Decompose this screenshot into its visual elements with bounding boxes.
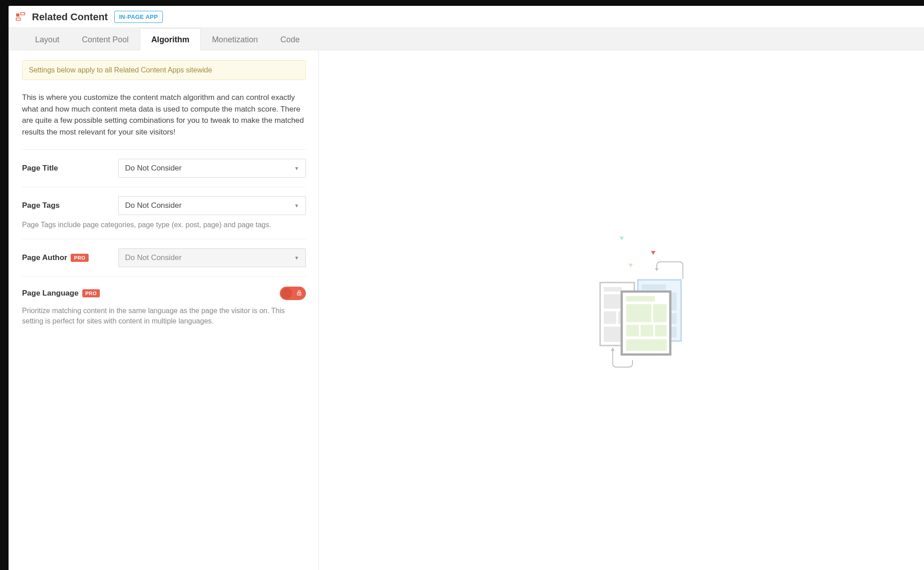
label-page-author-text: Page Author <box>22 253 67 262</box>
svg-rect-2 <box>16 18 20 20</box>
toggle-page-language[interactable] <box>280 287 306 300</box>
svg-rect-27 <box>655 325 667 337</box>
svg-rect-22 <box>626 296 655 301</box>
svg-rect-25 <box>626 325 639 337</box>
lock-icon <box>296 290 302 297</box>
caret-down-icon: ▼ <box>294 255 299 260</box>
svg-rect-10 <box>604 287 622 292</box>
label-page-author: Page Author PRO <box>22 253 108 262</box>
select-page-author: Do Not Consider ▼ <box>118 248 306 267</box>
svg-rect-1 <box>21 13 25 15</box>
field-header-page-language: Page Language PRO <box>22 287 306 300</box>
toggle-knob <box>281 288 292 299</box>
svg-rect-23 <box>626 304 651 322</box>
pro-badge: PRO <box>71 254 88 262</box>
svg-rect-26 <box>641 325 653 337</box>
preview-panel <box>319 50 924 570</box>
pro-badge: PRO <box>82 289 100 297</box>
tab-bar: Layout Content Pool Algorithm Monetizati… <box>9 28 924 50</box>
label-page-language: Page Language PRO <box>22 289 100 298</box>
tab-content-pool[interactable]: Content Pool <box>71 28 140 50</box>
svg-marker-8 <box>655 268 659 271</box>
field-page-author: Page Author PRO Do Not Consider ▼ <box>22 239 306 276</box>
svg-marker-29 <box>611 347 615 351</box>
svg-marker-6 <box>651 251 655 255</box>
layout-preview-illustration <box>559 234 685 387</box>
help-page-language: Prioritize matching content in the same … <box>22 305 306 326</box>
field-page-language: Page Language PRO <box>22 276 306 335</box>
app-header: Related Content IN-PAGE APP <box>9 6 924 28</box>
algorithm-intro: This is where you customize the content … <box>22 92 306 138</box>
page-title: Related Content <box>32 11 108 23</box>
svg-rect-0 <box>16 13 19 17</box>
sitewide-notice: Settings below apply to all Related Cont… <box>22 60 306 80</box>
svg-rect-24 <box>653 304 667 322</box>
label-page-language-text: Page Language <box>22 289 79 298</box>
label-page-title: Page Title <box>22 164 108 173</box>
svg-rect-28 <box>626 339 667 351</box>
field-page-tags: Page Tags Do Not Consider ▼ <box>22 187 306 224</box>
app-shell: Related Content IN-PAGE APP Layout Conte… <box>9 6 924 570</box>
help-page-tags: Page Tags include page categories, page … <box>22 220 306 230</box>
svg-marker-5 <box>619 237 624 240</box>
field-page-title: Page Title Do Not Consider ▼ <box>22 149 306 187</box>
select-page-tags[interactable]: Do Not Consider ▼ <box>118 196 306 215</box>
caret-down-icon: ▼ <box>294 166 299 171</box>
content-row: Settings below apply to all Related Cont… <box>9 50 924 570</box>
svg-marker-7 <box>628 264 633 267</box>
select-page-tags-value: Do Not Consider <box>125 201 182 210</box>
svg-point-4 <box>299 293 300 294</box>
tab-algorithm[interactable]: Algorithm <box>140 28 201 50</box>
select-page-title-value: Do Not Consider <box>125 164 182 173</box>
tab-layout[interactable]: Layout <box>24 28 71 50</box>
label-page-tags: Page Tags <box>22 201 108 210</box>
app-type-badge: IN-PAGE APP <box>114 11 163 23</box>
tab-code[interactable]: Code <box>269 28 311 50</box>
settings-panel: Settings below apply to all Related Cont… <box>9 50 319 570</box>
svg-rect-12 <box>604 311 616 324</box>
related-content-icon <box>16 12 26 22</box>
caret-down-icon: ▼ <box>294 203 299 208</box>
select-page-title[interactable]: Do Not Consider ▼ <box>118 159 306 178</box>
select-page-author-value: Do Not Consider <box>125 253 182 262</box>
tab-monetization[interactable]: Monetization <box>201 28 269 50</box>
svg-rect-16 <box>641 284 666 290</box>
